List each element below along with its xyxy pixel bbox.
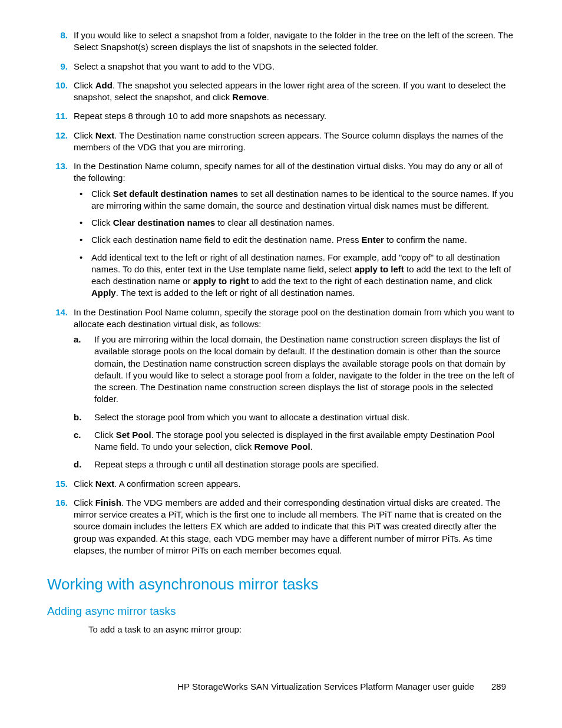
- step-text: If you would like to select a snapshot f…: [74, 30, 513, 52]
- step-14: 14. In the Destination Pool Name column,…: [47, 307, 515, 471]
- step-number: 15.: [47, 478, 68, 490]
- step-number: 8.: [47, 29, 68, 41]
- ordered-steps: 8. If you would like to select a snapsho…: [47, 29, 515, 556]
- step-10: 10. Click Add. The snapshot you selected…: [47, 80, 515, 104]
- letter-marker: d.: [74, 459, 87, 470]
- step-15: 15. Click Next. A confirmation screen ap…: [47, 478, 515, 490]
- bullet-item: Click each destination name field to edi…: [74, 234, 515, 246]
- page-number: 289: [491, 681, 506, 691]
- step-number: 9.: [47, 61, 68, 73]
- step-13: 13. In the Destination Name column, spec…: [47, 160, 515, 299]
- footer-title: HP StorageWorks SAN Virtualization Servi…: [177, 681, 474, 691]
- letter-item: b.Select the storage pool from which you…: [74, 411, 515, 423]
- letter-item: a.If you are mirroring within the local …: [74, 334, 515, 406]
- subsection-heading: Adding async mirror tasks: [47, 604, 515, 619]
- step-12: 12. Click Next. The Destination name con…: [47, 130, 515, 154]
- letter-marker: b.: [74, 411, 87, 423]
- step-number: 11.: [47, 110, 68, 122]
- step-number: 16.: [47, 497, 68, 509]
- step-number: 13.: [47, 160, 68, 172]
- step-text: Click Next. A confirmation screen appear…: [74, 479, 240, 489]
- step-9: 9. Select a snapshot that you want to ad…: [47, 61, 515, 73]
- letter-marker: a.: [74, 334, 87, 345]
- step-text: Click Finish. The VDG members are added …: [74, 498, 501, 555]
- step-text: In the Destination Pool Name column, spe…: [74, 307, 514, 329]
- step-number: 12.: [47, 130, 68, 141]
- step-14-letters: a.If you are mirroring within the local …: [74, 334, 515, 471]
- step-text: In the Destination Name column, specify …: [74, 161, 503, 183]
- letter-item: d.Repeat steps a through c until all des…: [74, 459, 515, 470]
- intro-text: To add a task to an async mirror group:: [88, 624, 515, 635]
- document-page: 8. If you would like to select a snapsho…: [0, 0, 562, 728]
- step-8: 8. If you would like to select a snapsho…: [47, 29, 515, 54]
- letter-item: c.Click Set Pool. The storage pool you s…: [74, 429, 515, 453]
- bullet-item: Add identical text to the left or right …: [74, 252, 515, 299]
- letter-marker: c.: [74, 429, 87, 441]
- step-16: 16. Click Finish. The VDG members are ad…: [47, 497, 515, 556]
- bullet-item: Click Set default destination names to s…: [74, 188, 515, 212]
- step-text: Click Add. The snapshot you selected app…: [74, 80, 505, 102]
- step-number: 14.: [47, 307, 68, 318]
- step-13-bullets: Click Set default destination names to s…: [74, 188, 515, 299]
- step-text: Repeat steps 8 through 10 to add more sn…: [74, 111, 326, 121]
- bullet-item: Click Clear destination names to clear a…: [74, 217, 515, 229]
- step-text: Select a snapshot that you want to add t…: [74, 61, 275, 71]
- section-heading: Working with asynchronous mirror tasks: [47, 574, 515, 595]
- step-text: Click Next. The Destination name constru…: [74, 130, 503, 152]
- step-11: 11. Repeat steps 8 through 10 to add mor…: [47, 110, 515, 122]
- step-number: 10.: [47, 80, 68, 91]
- page-footer: HP StorageWorks SAN Virtualization Servi…: [177, 681, 506, 693]
